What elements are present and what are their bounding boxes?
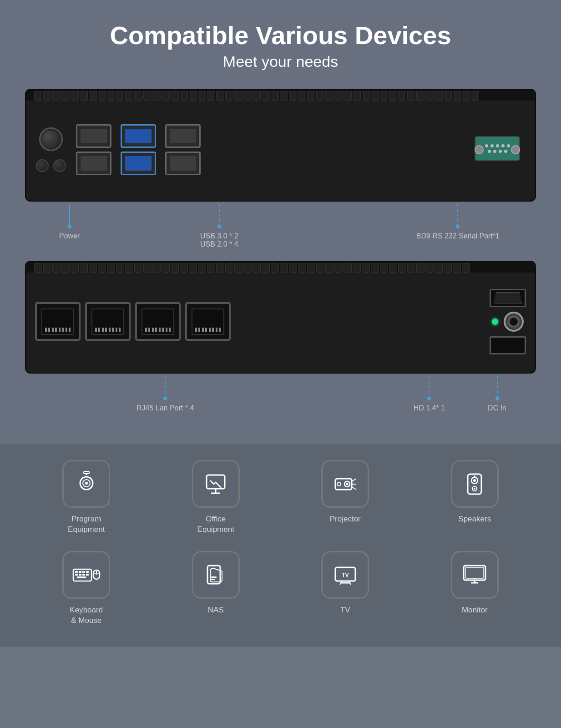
infographic-page: Compatible Various Devices Meet your nee… [0,0,561,647]
dc-annotation: DC In [488,376,506,412]
top-device-panel [25,89,536,202]
fin [298,263,306,273]
heat-fins-bottom [26,262,535,273]
page-subtitle: Meet your needs [9,53,552,71]
rj45-annotation: RJ45 Lan Port * 4 [136,376,194,412]
usb2-stack-right [165,124,201,175]
tv-label: TV [340,605,350,616]
office-icon [202,470,229,498]
fin [180,91,188,101]
tv-icon-box: TV [321,551,369,599]
rj45-port-3 [135,302,181,341]
power-group [35,127,67,172]
db9-body [475,136,520,161]
compat-item-program: ProgramEquipment [25,460,148,535]
reset-button[interactable] [36,159,49,172]
svg-rect-23 [79,571,81,573]
svg-rect-37 [211,579,215,580]
fin [462,263,470,273]
fin [34,263,42,273]
fin [271,91,279,101]
fin [234,91,243,101]
svg-rect-4 [84,471,89,474]
db9-bolt-left [475,145,484,154]
svg-text:TV: TV [342,572,349,578]
fin [307,263,315,273]
svg-rect-25 [86,571,89,573]
svg-rect-24 [82,571,85,573]
fin [134,263,142,273]
compat-item-projector: Projector [284,460,407,535]
fin [162,91,170,101]
monitor-icon-box [451,551,499,599]
svg-rect-26 [75,574,78,576]
fin [425,263,434,273]
rj45-port-1 [35,302,81,341]
fin [444,263,452,273]
display-port [490,336,526,354]
fin [189,263,197,273]
fin [52,91,61,101]
fin [89,91,97,101]
program-icon-box [62,460,110,508]
fin [389,263,397,273]
fin [171,91,179,101]
fin [216,263,224,273]
keyboard-label: Keyboard& Mouse [70,605,103,626]
fin [398,263,406,273]
svg-rect-36 [211,576,217,578]
rj45-port-2 [85,302,131,341]
svg-rect-27 [79,574,81,576]
fin [80,263,88,273]
fin [325,91,334,101]
fin [125,263,133,273]
compat-icons-section: ProgramEquipment OfficeEquipment [0,444,561,647]
fin [180,263,188,273]
compat-item-nas: NAS [155,551,278,626]
svg-rect-29 [86,574,89,576]
fin [416,263,425,273]
fin [344,263,352,273]
usb3-port-bottom [121,152,156,175]
fin [98,91,106,101]
svg-line-12 [352,479,356,481]
fin [316,91,324,101]
usb-annotation: USB 3.0 * 2 USB 2.0 * 4 [200,204,238,248]
dc-group [492,318,498,325]
fin [425,91,434,101]
keyboard-mouse-icon [71,561,101,588]
svg-point-11 [337,482,341,486]
header-section: Compatible Various Devices Meet your nee… [0,0,561,82]
fin [198,91,206,101]
fin [71,263,79,273]
power-button[interactable] [39,127,63,151]
fin [80,91,88,101]
svg-rect-8 [335,479,352,490]
small-buttons [36,159,66,172]
fin [271,263,279,273]
speakers-icon [461,470,488,498]
heat-fins-top [26,90,535,101]
fin [280,91,288,101]
speakers-label: Speakers [458,514,491,525]
db9-bolt-right [511,145,520,154]
svg-rect-28 [82,574,85,576]
fin [289,263,297,273]
svg-line-14 [352,487,356,490]
power-annotation: Power [59,204,80,240]
fin [453,91,461,101]
fin [262,263,270,273]
fin [243,91,252,101]
usb2-port-bottom-right [165,152,201,175]
aux-button[interactable] [53,159,66,172]
right-ports-group [490,289,526,354]
tv-icon: TV [332,561,359,588]
fin [216,91,224,101]
usb2-port-top-left [76,124,111,148]
fin [298,91,306,101]
fin [325,263,334,273]
usb3-stack [121,124,156,175]
svg-point-10 [346,483,348,485]
nas-label: NAS [208,605,224,616]
svg-point-17 [473,479,476,482]
